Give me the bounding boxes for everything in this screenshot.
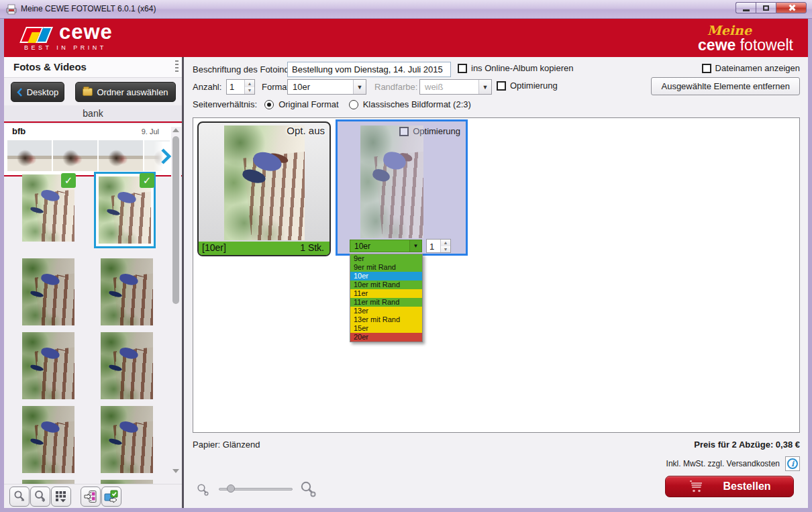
drag-handle-icon[interactable] [175, 60, 179, 74]
item-quantity-stepper[interactable]: 1 ▲▼ [426, 239, 451, 253]
group-filmstrip[interactable] [7, 140, 170, 172]
photo-thumbnail[interactable] [101, 406, 153, 473]
group-name: bfb [12, 126, 26, 136]
order-button[interactable]: Bestellen [665, 476, 794, 497]
zoom-out-icon[interactable] [196, 482, 211, 497]
format-option[interactable]: 10er mit Rand [350, 280, 422, 289]
filmstrip-thumbnail[interactable] [99, 140, 143, 171]
order-photo[interactable] [360, 125, 423, 238]
order-photo[interactable] [224, 125, 305, 240]
item-format-value: [10er] [202, 242, 226, 253]
optimization-option[interactable]: Optimierung [497, 81, 558, 91]
show-filenames-option[interactable]: Dateinamen anzeigen [702, 63, 800, 73]
photo-thumbnail[interactable] [101, 258, 153, 325]
photo-grid-row [4, 258, 170, 328]
format-option[interactable]: 11er mit Rand [350, 298, 422, 307]
zoom-slider-handle[interactable] [227, 484, 235, 493]
chevron-right-icon [160, 148, 171, 164]
info-button[interactable]: i [785, 456, 800, 471]
application-window: Meine CEWE FOTOWELT 6.0.1 (x64) cewe BES… [0, 0, 812, 512]
caption-input[interactable] [287, 62, 451, 77]
photo-thumbnail[interactable] [22, 406, 74, 473]
format-option[interactable]: 20er [350, 333, 422, 342]
aspect-ratio-label: Seitenverhältnis: [193, 99, 257, 109]
quantity-stepper[interactable]: 1 ▲▼ [226, 79, 255, 95]
item-quantity-value[interactable]: 1 [427, 240, 440, 252]
order-item-card-selected[interactable]: Optimierung 10er ▼ 1 ▲▼ [336, 119, 468, 256]
view-options-button[interactable] [51, 487, 71, 507]
photo-group-header[interactable]: bfb 9. Jul [4, 124, 182, 176]
sidebar-title: Fotos & Videos [13, 61, 87, 72]
format-option[interactable]: 11er [350, 289, 422, 298]
choose-folder-button[interactable]: Ordner auswählen [75, 82, 176, 102]
show-filenames-checkbox[interactable] [702, 64, 711, 73]
maximize-icon [763, 5, 769, 11]
format-option[interactable]: 9er mit Rand [350, 263, 422, 272]
maximize-button[interactable] [756, 2, 776, 13]
classic-format-radio[interactable] [349, 100, 358, 109]
optimization-state-label: Opt. aus [287, 125, 325, 136]
filmstrip-thumbnail[interactable] [53, 140, 97, 171]
format-combobox[interactable]: 10er ▼ [287, 79, 366, 95]
current-folder-label[interactable]: bank [4, 105, 182, 123]
title-bar[interactable]: Meine CEWE FOTOWELT 6.0.1 (x64) [0, 0, 812, 19]
remove-selected-button[interactable]: Ausgewählte Elemente entfernen [651, 77, 800, 95]
item-format-combobox[interactable]: 10er ▼ [350, 240, 422, 252]
optimization-checkbox[interactable] [497, 81, 506, 91]
zoom-in-icon[interactable] [299, 480, 318, 499]
online-album-label: ins Online-Album kopieren [471, 63, 573, 73]
zoom-in-button[interactable] [30, 487, 50, 507]
filmstrip-next-button[interactable] [154, 142, 171, 171]
item-format-value: 10er [350, 240, 409, 252]
export-selected-button[interactable] [101, 487, 121, 507]
bordercolor-value: weiß [420, 80, 478, 94]
quantity-value[interactable]: 1 [227, 80, 244, 94]
magnifier-minus-icon [13, 490, 26, 503]
sidebar-scrollbar[interactable] [171, 127, 181, 474]
cewe-logo-icon [19, 27, 57, 43]
vat-note-label: Inkl. MwSt. zzgl. Versandkosten [666, 459, 780, 468]
aspect-ratio-options: Seitenverhältnis: Original Format Klassi… [193, 99, 471, 109]
photo-grid-row [4, 332, 170, 402]
spin-up-icon[interactable]: ▲ [441, 240, 450, 246]
online-album-checkbox[interactable] [458, 64, 467, 73]
photo-thumbnail[interactable] [101, 332, 153, 399]
window-title: Meine CEWE FOTOWELT 6.0.1 (x64) [21, 4, 156, 13]
format-option-selected[interactable]: 10er [350, 272, 422, 280]
photo-thumbnail[interactable] [22, 258, 74, 325]
price-label: Preis für 2 Abzüge: 0,38 € [694, 440, 800, 450]
minimize-button[interactable] [735, 2, 756, 13]
close-button[interactable] [776, 2, 807, 13]
folder-icon [83, 88, 93, 96]
spin-down-icon[interactable]: ▼ [245, 87, 254, 95]
online-album-option[interactable]: ins Online-Album kopieren [458, 63, 573, 73]
original-format-radio[interactable] [264, 100, 274, 109]
format-option[interactable]: 15er [350, 324, 422, 333]
bordercolor-label: Randfarbe: [374, 82, 417, 92]
app-icon [5, 3, 17, 15]
desktop-back-button[interactable]: Desktop [11, 82, 64, 102]
format-option[interactable]: 9er [350, 254, 422, 263]
scroll-up-icon[interactable] [172, 128, 179, 132]
import-filmstrip-button[interactable] [81, 487, 101, 507]
header-bar: cewe BEST IN PRINT Produkte Datei Option… [4, 19, 808, 57]
bordercolor-combobox[interactable]: weiß ▼ [419, 79, 492, 95]
order-item-card[interactable]: Opt. aus [10er] 1 Stk. [197, 121, 331, 256]
item-format-bar: [10er] 1 Stk. [199, 242, 329, 255]
combo-arrow-icon[interactable]: ▼ [409, 240, 421, 252]
photo-grid-row: ✓ ✓ [4, 173, 170, 255]
combo-arrow-icon[interactable]: ▼ [353, 80, 366, 94]
combo-arrow-icon[interactable]: ▼ [478, 80, 491, 94]
meine-cewe-fotowelt-logo: Meine cewe fotowelt [666, 21, 793, 55]
paper-type-label: Papier: Glänzend [193, 440, 260, 450]
photo-thumbnail[interactable] [22, 332, 74, 399]
scroll-down-icon[interactable] [172, 469, 179, 473]
spin-up-icon[interactable]: ▲ [245, 80, 254, 87]
format-option[interactable]: 13er mit Rand [350, 315, 422, 324]
spin-down-icon[interactable]: ▼ [441, 246, 450, 253]
zoom-out-button[interactable] [9, 487, 30, 507]
filmstrip-thumbnail[interactable] [7, 140, 52, 171]
format-option[interactable]: 13er [350, 307, 422, 315]
scrollbar-thumb[interactable] [172, 136, 179, 304]
photos-sidebar: Fotos & Videos Desktop Ordner auswählen … [4, 57, 182, 508]
